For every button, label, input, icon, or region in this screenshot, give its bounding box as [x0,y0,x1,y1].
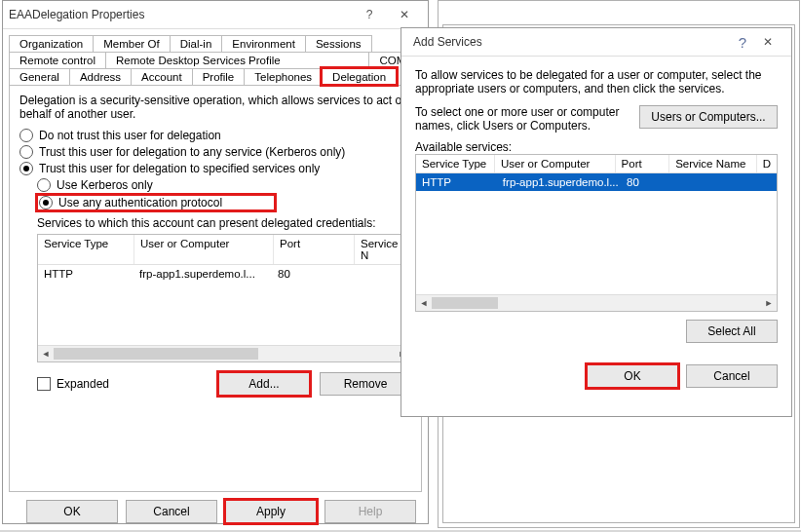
available-services-label: Available services: [415,140,778,154]
radio-kerberos-only-label: Use Kerberos only [57,178,153,192]
cell-port: 80 [621,173,675,191]
close-titlebar-button[interactable]: ✕ [750,29,785,55]
apply-button[interactable]: Apply [225,500,317,523]
checkbox-icon [37,377,51,391]
col-port[interactable]: Port [616,155,670,172]
cell-port: 80 [272,265,352,283]
col-service-name[interactable]: Service Name [669,155,757,172]
add-button[interactable]: Add... [218,372,310,396]
properties-titlebar: EAADelegation Properties ? ✕ [3,1,428,29]
help-button[interactable]: Help [324,500,416,523]
help-icon[interactable]: ? [739,34,746,51]
cell-host: frp-app1.superdemo.l... [497,173,621,191]
delegation-intro: Delegation is a security-sensitive opera… [19,94,411,121]
add-services-body: To allow services to be delegated for a … [401,57,791,417]
close-icon: ✕ [400,8,409,21]
cell-service-type: HTTP [416,173,497,191]
table-row[interactable]: HTTP frp-app1.superdemo.l... 80 [38,265,410,283]
help-titlebar-button[interactable]: ? [352,2,387,27]
radio-specified-label: Trust this user for delegation to specif… [39,162,320,175]
remove-button[interactable]: Remove [320,372,411,396]
cell-host: frp-app1.superdemo.l... [134,265,272,283]
col-service-type[interactable]: Service Type [416,155,495,172]
radio-icon [37,178,51,192]
scroll-track[interactable] [54,346,395,361]
expanded-label: Expanded [57,377,109,391]
scroll-thumb[interactable] [54,348,258,360]
col-service-type[interactable]: Service Type [38,235,134,264]
col-port[interactable]: Port [274,235,355,264]
add-services-titlebar: Add Services ? ✕ [401,28,791,57]
tab-member-of[interactable]: Member Of [93,35,171,52]
properties-window: EAADelegation Properties ? ✕ Organizatio… [2,0,429,524]
tab-sessions[interactable]: Sessions [305,35,372,52]
scroll-track[interactable] [432,295,761,311]
radio-icon [19,162,33,175]
expanded-checkbox[interactable]: Expanded [37,377,209,391]
cell-name [675,173,765,191]
dialog-button-row: OK Cancel Apply Help [3,492,428,531]
h-scrollbar[interactable]: ◄ ► [416,294,777,311]
tab-remote-control[interactable]: Remote control [9,52,106,68]
tab-environment[interactable]: Environment [221,35,306,52]
tab-rdsp[interactable]: Remote Desktop Services Profile [105,52,369,68]
properties-title: EAADelegation Properties [9,8,352,21]
radio-any-service[interactable]: Trust this user for delegation to any se… [19,145,411,159]
available-services-table[interactable]: Service Type User or Computer Port Servi… [415,154,778,312]
tab-organization[interactable]: Organization [9,35,94,52]
tab-dial-in[interactable]: Dial-in [170,35,223,52]
tab-strip: Organization Member Of Dial-in Environme… [9,35,422,85]
add-services-window: Add Services ? ✕ To allow services to be… [400,27,792,417]
radio-no-trust[interactable]: Do not trust this user for delegation [19,129,411,142]
table-header: Service Type User or Computer Port Servi… [416,155,777,173]
scroll-thumb[interactable] [432,297,498,309]
cell-d [765,173,777,191]
scroll-right-icon[interactable]: ► [761,295,777,311]
close-titlebar-button[interactable]: ✕ [387,2,422,27]
radio-any-service-label: Trust this user for delegation to any se… [39,145,345,159]
tab-general[interactable]: General [9,68,70,85]
ok-button[interactable]: OK [587,364,678,388]
tab-telephones[interactable]: Telephones [244,68,323,85]
add-services-instr1: To allow services to be delegated for a … [415,68,778,95]
radio-icon [19,129,33,142]
col-user-or-computer[interactable]: User or Computer [495,155,616,172]
ok-button[interactable]: OK [26,500,118,523]
scroll-left-icon[interactable]: ◄ [38,346,54,361]
radio-specified[interactable]: Trust this user for delegation to specif… [19,162,411,175]
h-scrollbar[interactable]: ◄ ► [38,345,410,361]
radio-any-auth-label: Use any authentication protocol [58,196,222,209]
delegation-tab-body: Delegation is a security-sensitive opera… [9,85,422,492]
services-label: Services to which this account can prese… [37,216,411,230]
tab-account[interactable]: Account [131,68,193,85]
radio-any-auth[interactable]: Use any authentication protocol [37,195,275,210]
delegated-services-table[interactable]: Service Type User or Computer Port Servi… [37,234,411,362]
select-all-button[interactable]: Select All [686,320,778,343]
col-user-or-computer[interactable]: User or Computer [134,235,274,264]
col-d[interactable]: D [757,155,777,172]
radio-kerberos-only[interactable]: Use Kerberos only [37,178,411,192]
tab-profile[interactable]: Profile [192,68,246,85]
cancel-button[interactable]: Cancel [126,500,217,523]
users-or-computers-button[interactable]: Users or Computers... [639,105,778,129]
table-header: Service Type User or Computer Port Servi… [38,235,410,265]
radio-icon [19,145,33,159]
cell-service-type: HTTP [38,265,134,283]
question-icon: ? [366,8,373,21]
radio-no-trust-label: Do not trust this user for delegation [39,129,221,142]
scroll-left-icon[interactable]: ◄ [416,295,432,311]
table-row[interactable]: HTTP frp-app1.superdemo.l... 80 [416,173,777,191]
close-icon: ✕ [763,35,773,49]
cancel-button[interactable]: Cancel [686,364,778,388]
add-services-title: Add Services [407,35,739,49]
add-services-instr2: To select one or more user or computer n… [415,105,629,133]
radio-icon [39,196,53,209]
tab-address[interactable]: Address [69,68,132,85]
tab-delegation[interactable]: Delegation [322,68,397,85]
